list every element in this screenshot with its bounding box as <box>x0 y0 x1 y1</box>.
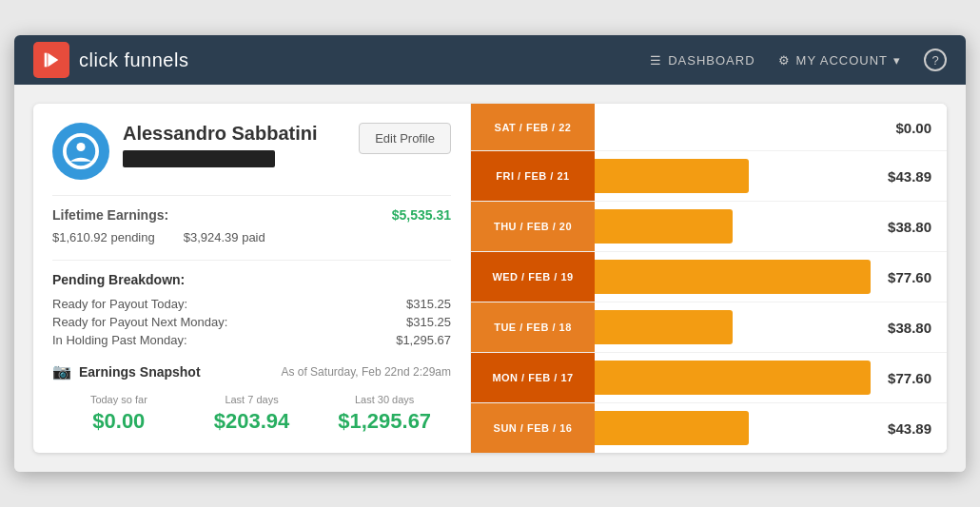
snapshot-header: 📷 Earnings Snapshot As of Saturday, Feb … <box>52 362 451 380</box>
stat-today-label: Today so far <box>52 394 186 405</box>
chart-value-4: $38.80 <box>888 320 947 336</box>
lifetime-value: $5,535.31 <box>392 207 451 223</box>
chart-bar-area-1: $43.89 <box>595 151 947 201</box>
chart-bar-3 <box>595 260 871 294</box>
breakdown-value-0: $315.25 <box>406 297 451 311</box>
breakdown-row-0: Ready for Payout Today: $315.25 <box>52 297 451 311</box>
breakdown-value-1: $315.25 <box>406 315 451 329</box>
svg-rect-1 <box>45 53 48 68</box>
stat-30days-label: Last 30 days <box>318 394 451 405</box>
breakdown-label-0: Ready for Payout Today: <box>52 297 187 311</box>
help-button[interactable]: ? <box>924 49 947 71</box>
paid-amount: $3,924.39 paid <box>184 230 265 244</box>
chart-bar-2 <box>595 209 733 244</box>
profile-info: Alessandro Sabbatini <box>123 123 345 167</box>
chart-label-2: THU / FEB / 20 <box>471 202 595 251</box>
lifetime-earnings-row: Lifetime Earnings: $5,535.31 <box>52 207 451 223</box>
chart-bar-area-2: $38.80 <box>595 202 947 251</box>
breakdown-value-2: $1,295.67 <box>396 333 451 347</box>
chart-bar-4 <box>595 310 733 344</box>
stat-today-value: $0.00 <box>52 409 186 434</box>
chart-bar-1 <box>595 159 749 193</box>
breakdown-row-2: In Holding Past Monday: $1,295.67 <box>52 333 451 347</box>
breakdown-row-1: Ready for Payout Next Monday: $315.25 <box>52 315 451 329</box>
stat-today: Today so far $0.00 <box>52 394 186 434</box>
pending-paid-row: $1,610.92 pending $3,924.39 paid <box>52 230 451 244</box>
chart-row-1: FRI / FEB / 21$43.89 <box>471 151 947 202</box>
chart-value-0: $0.00 <box>895 119 947 135</box>
gear-icon: ⚙ <box>778 53 791 68</box>
stat-7days-label: Last 7 days <box>186 394 319 405</box>
chart-bar-area-4: $38.80 <box>595 302 947 352</box>
profile-section: Alessandro Sabbatini Edit Profile <box>52 123 451 180</box>
menu-icon: ☰ <box>650 53 662 68</box>
divider-2 <box>52 260 451 261</box>
breakdown-label-1: Ready for Payout Next Monday: <box>52 315 227 329</box>
breakdown-title: Pending Breakdown: <box>52 272 451 287</box>
profile-name: Alessandro Sabbatini <box>123 123 345 145</box>
chart-value-5: $77.60 <box>888 370 947 386</box>
snapshot-title: Earnings Snapshot <box>79 364 201 380</box>
top-navigation: click funnels ☰ DASHBOARD ⚙ MY ACCOUNT ▾… <box>14 35 966 85</box>
divider-1 <box>52 195 451 196</box>
chart-bar-6 <box>595 411 749 445</box>
chart-value-1: $43.89 <box>888 168 947 185</box>
dashboard-label: DASHBOARD <box>668 53 755 68</box>
username-bar <box>123 150 275 167</box>
chart-value-6: $43.89 <box>888 420 947 437</box>
chart-label-0: SAT / FEB / 22 <box>471 104 595 150</box>
snapshot-date: As of Saturday, Feb 22nd 2:29am <box>281 365 451 379</box>
breakdown-label-2: In Holding Past Monday: <box>52 333 187 347</box>
left-panel: Alessandro Sabbatini Edit Profile Lifeti… <box>33 104 471 453</box>
stat-30days-value: $1,295.67 <box>318 409 451 434</box>
pending-amount: $1,610.92 pending <box>52 230 155 244</box>
logo-area: click funnels <box>33 42 650 78</box>
chart-label-1: FRI / FEB / 21 <box>471 151 595 201</box>
chart-row-5: MON / FEB / 17$77.60 <box>471 353 947 403</box>
snapshot-stats: Today so far $0.00 Last 7 days $203.94 L… <box>52 394 451 434</box>
avatar <box>52 123 109 180</box>
camera-icon: 📷 <box>52 362 71 380</box>
chart-label-4: TUE / FEB / 18 <box>471 302 595 352</box>
app-window: click funnels ☰ DASHBOARD ⚙ MY ACCOUNT ▾… <box>14 35 966 472</box>
chart-bar-area-0: $0.00 <box>595 104 947 150</box>
chart-row-0: SAT / FEB / 22$0.00 <box>471 104 947 151</box>
chart-row-6: SUN / FEB / 16$43.89 <box>471 403 947 453</box>
chart-label-5: MON / FEB / 17 <box>471 353 595 402</box>
chart-bar-5 <box>595 361 871 395</box>
chart-bar-area-6: $43.89 <box>595 403 947 453</box>
stat-7days: Last 7 days $203.94 <box>186 394 319 434</box>
stat-30days: Last 30 days $1,295.67 <box>318 394 451 434</box>
dashboard-card: Alessandro Sabbatini Edit Profile Lifeti… <box>33 104 947 453</box>
chart-value-3: $77.60 <box>888 269 947 285</box>
nav-right: ☰ DASHBOARD ⚙ MY ACCOUNT ▾ ? <box>650 49 947 71</box>
chart-label-6: SUN / FEB / 16 <box>471 403 595 453</box>
chart-bar-area-3: $77.60 <box>595 252 947 302</box>
logo-icon <box>33 42 69 78</box>
lifetime-label: Lifetime Earnings: <box>52 207 168 223</box>
edit-profile-button[interactable]: Edit Profile <box>359 123 451 154</box>
chart-bar-area-5: $77.60 <box>595 353 947 402</box>
svg-point-3 <box>76 143 85 151</box>
dashboard-nav-item[interactable]: ☰ DASHBOARD <box>650 53 755 68</box>
chart-row-3: WED / FEB / 19$77.60 <box>471 252 947 302</box>
chart-value-2: $38.80 <box>888 219 947 235</box>
my-account-nav-item[interactable]: ⚙ MY ACCOUNT ▾ <box>778 53 901 68</box>
main-content: Alessandro Sabbatini Edit Profile Lifeti… <box>14 85 966 472</box>
my-account-label: MY ACCOUNT <box>796 53 888 68</box>
logo-text: click funnels <box>79 49 188 71</box>
chart-label-3: WED / FEB / 19 <box>471 252 595 302</box>
chart-row-2: THU / FEB / 20$38.80 <box>471 202 947 252</box>
chevron-down-icon: ▾ <box>893 53 901 68</box>
svg-marker-0 <box>48 53 58 68</box>
chart-row-4: TUE / FEB / 18$38.80 <box>471 302 947 353</box>
stat-7days-value: $203.94 <box>186 409 319 434</box>
chart-panel: SAT / FEB / 22$0.00FRI / FEB / 21$43.89T… <box>471 104 947 453</box>
